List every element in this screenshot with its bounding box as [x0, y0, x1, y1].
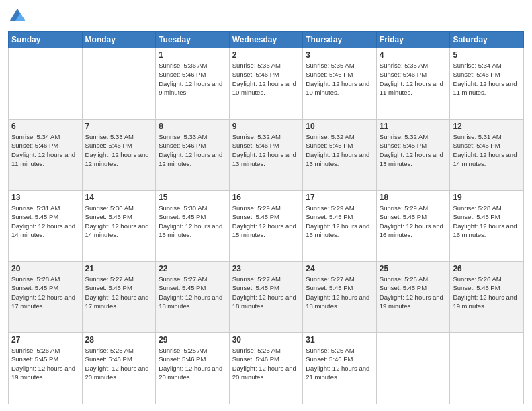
calendar-cell: 19Sunrise: 5:28 AM Sunset: 5:45 PM Dayli… — [450, 191, 524, 262]
day-info: Sunrise: 5:25 AM Sunset: 5:46 PM Dayligh… — [159, 346, 226, 381]
calendar-week-row: 6Sunrise: 5:34 AM Sunset: 5:46 PM Daylig… — [9, 120, 524, 191]
day-info: Sunrise: 5:35 AM Sunset: 5:46 PM Dayligh… — [306, 61, 373, 97]
calendar-cell: 16Sunrise: 5:29 AM Sunset: 5:45 PM Dayli… — [229, 191, 303, 262]
calendar-cell: 6Sunrise: 5:34 AM Sunset: 5:46 PM Daylig… — [9, 120, 83, 191]
day-number: 2 — [232, 50, 300, 60]
day-number: 19 — [453, 193, 521, 202]
calendar-cell: 9Sunrise: 5:32 AM Sunset: 5:46 PM Daylig… — [229, 120, 303, 191]
day-info: Sunrise: 5:34 AM Sunset: 5:46 PM Dayligh… — [453, 61, 521, 97]
day-number: 5 — [453, 50, 521, 60]
day-number: 25 — [380, 264, 447, 273]
calendar-cell — [450, 333, 524, 404]
day-number: 29 — [159, 335, 226, 345]
calendar-week-row: 27Sunrise: 5:26 AM Sunset: 5:45 PM Dayli… — [9, 333, 524, 404]
day-info: Sunrise: 5:30 AM Sunset: 5:45 PM Dayligh… — [85, 203, 153, 239]
calendar-cell — [376, 333, 450, 404]
day-number: 21 — [85, 264, 153, 273]
day-number: 7 — [85, 122, 153, 131]
calendar-table: SundayMondayTuesdayWednesdayThursdayFrid… — [8, 31, 524, 404]
calendar-cell: 23Sunrise: 5:27 AM Sunset: 5:45 PM Dayli… — [229, 262, 303, 333]
day-info: Sunrise: 5:34 AM Sunset: 5:46 PM Dayligh… — [11, 132, 79, 168]
page: SundayMondayTuesdayWednesdayThursdayFrid… — [0, 0, 532, 411]
calendar-cell: 24Sunrise: 5:27 AM Sunset: 5:45 PM Dayli… — [303, 262, 377, 333]
day-number: 15 — [159, 193, 226, 202]
day-number: 20 — [11, 264, 79, 273]
calendar-cell — [9, 48, 83, 120]
day-number: 6 — [11, 122, 79, 131]
day-info: Sunrise: 5:25 AM Sunset: 5:46 PM Dayligh… — [306, 346, 373, 381]
day-info: Sunrise: 5:32 AM Sunset: 5:45 PM Dayligh… — [306, 132, 373, 168]
calendar-cell: 27Sunrise: 5:26 AM Sunset: 5:45 PM Dayli… — [9, 333, 83, 404]
day-info: Sunrise: 5:29 AM Sunset: 5:45 PM Dayligh… — [380, 203, 447, 239]
calendar-cell: 25Sunrise: 5:26 AM Sunset: 5:45 PM Dayli… — [376, 262, 450, 333]
calendar-week-row: 20Sunrise: 5:28 AM Sunset: 5:45 PM Dayli… — [9, 262, 524, 333]
day-number: 18 — [380, 193, 447, 202]
day-info: Sunrise: 5:25 AM Sunset: 5:46 PM Dayligh… — [85, 346, 153, 381]
day-info: Sunrise: 5:27 AM Sunset: 5:45 PM Dayligh… — [232, 275, 300, 310]
day-number: 31 — [306, 335, 373, 345]
weekday-header-sunday: Sunday — [9, 32, 83, 48]
weekday-header-monday: Monday — [82, 32, 156, 48]
calendar-cell: 18Sunrise: 5:29 AM Sunset: 5:45 PM Dayli… — [376, 191, 450, 262]
day-info: Sunrise: 5:36 AM Sunset: 5:46 PM Dayligh… — [159, 61, 226, 97]
day-number: 1 — [159, 50, 226, 60]
calendar-cell: 10Sunrise: 5:32 AM Sunset: 5:45 PM Dayli… — [303, 120, 377, 191]
day-number: 30 — [232, 335, 300, 345]
calendar-cell: 31Sunrise: 5:25 AM Sunset: 5:46 PM Dayli… — [303, 333, 377, 404]
day-info: Sunrise: 5:26 AM Sunset: 5:45 PM Dayligh… — [380, 275, 447, 310]
calendar-week-row: 13Sunrise: 5:31 AM Sunset: 5:45 PM Dayli… — [9, 191, 524, 262]
day-info: Sunrise: 5:33 AM Sunset: 5:46 PM Dayligh… — [85, 132, 153, 168]
day-info: Sunrise: 5:29 AM Sunset: 5:45 PM Dayligh… — [232, 203, 300, 239]
day-info: Sunrise: 5:31 AM Sunset: 5:45 PM Dayligh… — [453, 132, 521, 168]
calendar-cell: 7Sunrise: 5:33 AM Sunset: 5:46 PM Daylig… — [82, 120, 156, 191]
day-info: Sunrise: 5:27 AM Sunset: 5:45 PM Dayligh… — [85, 275, 153, 310]
day-number: 12 — [453, 122, 521, 131]
calendar-cell: 1Sunrise: 5:36 AM Sunset: 5:46 PM Daylig… — [156, 48, 230, 120]
day-info: Sunrise: 5:29 AM Sunset: 5:45 PM Dayligh… — [306, 203, 373, 239]
day-number: 13 — [11, 193, 79, 202]
day-info: Sunrise: 5:32 AM Sunset: 5:46 PM Dayligh… — [232, 132, 300, 168]
calendar-cell: 20Sunrise: 5:28 AM Sunset: 5:45 PM Dayli… — [9, 262, 83, 333]
calendar-cell: 21Sunrise: 5:27 AM Sunset: 5:45 PM Dayli… — [82, 262, 156, 333]
calendar-cell: 26Sunrise: 5:26 AM Sunset: 5:45 PM Dayli… — [450, 262, 524, 333]
day-info: Sunrise: 5:33 AM Sunset: 5:46 PM Dayligh… — [159, 132, 226, 168]
day-number: 3 — [306, 50, 373, 60]
calendar-cell — [82, 48, 156, 120]
day-number: 16 — [232, 193, 300, 202]
day-number: 14 — [85, 193, 153, 202]
day-info: Sunrise: 5:35 AM Sunset: 5:46 PM Dayligh… — [380, 61, 447, 97]
day-number: 9 — [232, 122, 300, 131]
day-info: Sunrise: 5:25 AM Sunset: 5:46 PM Dayligh… — [232, 346, 300, 381]
day-number: 17 — [306, 193, 373, 202]
day-info: Sunrise: 5:32 AM Sunset: 5:45 PM Dayligh… — [380, 132, 447, 168]
day-info: Sunrise: 5:30 AM Sunset: 5:45 PM Dayligh… — [159, 203, 226, 239]
day-info: Sunrise: 5:27 AM Sunset: 5:45 PM Dayligh… — [306, 275, 373, 310]
logo — [8, 7, 30, 26]
day-number: 10 — [306, 122, 373, 131]
calendar-cell: 2Sunrise: 5:36 AM Sunset: 5:46 PM Daylig… — [229, 48, 303, 120]
calendar-cell: 15Sunrise: 5:30 AM Sunset: 5:45 PM Dayli… — [156, 191, 230, 262]
day-number: 4 — [380, 50, 447, 60]
day-info: Sunrise: 5:31 AM Sunset: 5:45 PM Dayligh… — [11, 203, 79, 239]
calendar-cell: 22Sunrise: 5:27 AM Sunset: 5:45 PM Dayli… — [156, 262, 230, 333]
logo-icon — [8, 7, 27, 26]
calendar-cell: 14Sunrise: 5:30 AM Sunset: 5:45 PM Dayli… — [82, 191, 156, 262]
weekday-header-tuesday: Tuesday — [156, 32, 230, 48]
calendar-cell: 8Sunrise: 5:33 AM Sunset: 5:46 PM Daylig… — [156, 120, 230, 191]
day-info: Sunrise: 5:27 AM Sunset: 5:45 PM Dayligh… — [159, 275, 226, 310]
calendar-week-row: 1Sunrise: 5:36 AM Sunset: 5:46 PM Daylig… — [9, 48, 524, 120]
day-number: 27 — [11, 335, 79, 345]
day-info: Sunrise: 5:36 AM Sunset: 5:46 PM Dayligh… — [232, 61, 300, 97]
header — [8, 7, 524, 26]
day-info: Sunrise: 5:26 AM Sunset: 5:45 PM Dayligh… — [11, 346, 79, 381]
weekday-header-wednesday: Wednesday — [229, 32, 303, 48]
day-number: 22 — [159, 264, 226, 273]
calendar-cell: 11Sunrise: 5:32 AM Sunset: 5:45 PM Dayli… — [376, 120, 450, 191]
calendar-cell: 3Sunrise: 5:35 AM Sunset: 5:46 PM Daylig… — [303, 48, 377, 120]
weekday-header-friday: Friday — [376, 32, 450, 48]
calendar-cell: 30Sunrise: 5:25 AM Sunset: 5:46 PM Dayli… — [229, 333, 303, 404]
calendar-cell: 28Sunrise: 5:25 AM Sunset: 5:46 PM Dayli… — [82, 333, 156, 404]
day-number: 23 — [232, 264, 300, 273]
calendar-cell: 4Sunrise: 5:35 AM Sunset: 5:46 PM Daylig… — [376, 48, 450, 120]
calendar-cell: 5Sunrise: 5:34 AM Sunset: 5:46 PM Daylig… — [450, 48, 524, 120]
